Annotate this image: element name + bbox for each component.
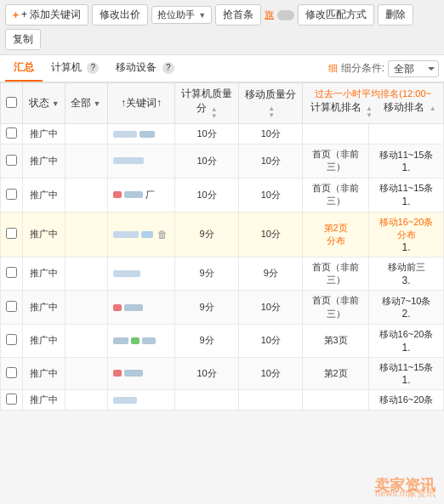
row-status: 推广中 [23, 291, 65, 325]
row-all [65, 178, 107, 212]
row-status: 推广中 [23, 178, 65, 212]
th-keyword: ↑关键词↑ [107, 83, 174, 124]
status-sort-icon[interactable]: ▼ [52, 99, 60, 108]
row-checkbox[interactable] [6, 334, 17, 345]
watermark-text: 卖家资讯 [374, 475, 435, 496]
row-mobile-rank: 移动11~15条1. [369, 357, 444, 389]
keyword-bar [113, 191, 122, 198]
row-checkbox[interactable] [6, 394, 17, 405]
row-pc-rank: 第3页 [303, 325, 369, 357]
row-pc-rank [303, 389, 369, 410]
row-checkbox[interactable] [6, 127, 17, 139]
keyword-bar [131, 337, 139, 344]
keywords-table: 状态 ▼ 全部 ▼ ↑关键词↑ 计算机质量 分 ▲ [0, 82, 444, 411]
row-keyword [107, 257, 174, 291]
th-mobile-score: 移动质量分 ▲ ▼ [239, 83, 303, 124]
keyword-bar [124, 304, 143, 311]
mobile-badge[interactable]: ? [162, 62, 174, 74]
table-wrap: 状态 ▼ 全部 ▼ ↑关键词↑ 计算机质量 分 ▲ [0, 82, 444, 411]
all-sort-icon[interactable]: ▼ [93, 99, 100, 108]
row-mobile-score: 10分 [239, 325, 303, 357]
row-checkbox-cell [1, 357, 23, 389]
keyword-bar [142, 337, 156, 344]
row-mobile-rank: 移动16~20条 分布 1. [369, 212, 444, 257]
delete-icon[interactable]: 🗑 [157, 229, 168, 241]
row-all [65, 357, 107, 389]
keyword-bar [139, 131, 155, 138]
th-mobile-rank: 移动排名 ▲ [384, 101, 435, 113]
row-pc-rank: 第2页 [303, 357, 369, 389]
row-pc-rank [303, 124, 369, 144]
pc-score-sort[interactable]: ▲ ▼ [211, 106, 218, 120]
row-mobile-score: 10分 [239, 178, 303, 212]
row-all [65, 291, 107, 325]
match-mode-button[interactable]: 修改匹配方式 [298, 4, 374, 25]
table-row: 推广中 10分 10分 第2页 移动11~15条1. [1, 357, 444, 389]
copy-button[interactable]: 复制 [5, 29, 41, 50]
row-all [65, 257, 107, 291]
row-checkbox[interactable] [6, 228, 17, 239]
table-row: 推广中 10分 10分 首页（非前三） 移动11~15条1. [1, 144, 444, 178]
row-pc-score: 9分 [175, 212, 239, 257]
table-row: 推广中 9分 10分 首页（非前三） 移动7~10条2. [1, 291, 444, 325]
table-row: 推广中 9分 10分 第3页 移动16~20条1. [1, 325, 444, 357]
keyword-bar [124, 370, 143, 377]
delete-button[interactable]: 删除 [378, 4, 413, 25]
detail-link[interactable]: 细 [328, 62, 338, 75]
row-mobile-score: 10分 [239, 124, 303, 144]
row-all [65, 144, 107, 178]
dropdown-arrow-icon[interactable]: ▼ [198, 11, 206, 20]
row-status: 推广中 [23, 325, 65, 357]
row-pc-rank: 首页（非前三） [303, 178, 369, 212]
pc-badge[interactable]: ? [87, 62, 99, 74]
row-checkbox[interactable] [6, 189, 17, 200]
keyword-bar [113, 157, 144, 164]
table-row: 推广中 厂 10分 10分 首页（非前三） 移动11~15条1. [1, 178, 444, 212]
tab-summary[interactable]: 汇总 [5, 55, 43, 82]
row-mobile-rank: 移动7~10条2. [369, 291, 444, 325]
pc-rank-sort[interactable]: ▲ ▼ [366, 105, 373, 119]
row-mobile-rank: 移动16~20条1. [369, 325, 444, 357]
row-pc-rank: 首页（非前三） [303, 257, 369, 291]
keyword-bar [113, 337, 128, 344]
row-status: 推广中 [23, 212, 65, 257]
grab-helper-label: 抢位助手 [157, 8, 195, 21]
filter-select[interactable]: 全部 推广中 暂停 [388, 60, 439, 77]
tab-mobile[interactable]: 移动设备 ? [107, 55, 182, 82]
row-status: 推广中 [23, 357, 65, 389]
select-all-checkbox[interactable] [6, 97, 17, 108]
table-row: 推广中 9分 9分 首页（非前三） 移动前三3. [1, 257, 444, 291]
row-pc-score: 10分 [175, 124, 239, 144]
row-keyword [107, 291, 174, 325]
add-keyword-button[interactable]: + + 添加关键词 [5, 4, 88, 25]
row-keyword: 厂 [107, 178, 174, 212]
keyword-bar [113, 397, 137, 404]
row-pc-score [175, 389, 239, 410]
table-row: 推广中 10分 10分 [1, 124, 444, 144]
row-mobile-rank: 移动16~20条 [369, 389, 444, 410]
row-mobile-score: 10分 [239, 212, 303, 257]
row-status: 推广中 [23, 124, 65, 144]
keyword-bar [113, 304, 122, 311]
modify-bid-button[interactable]: 修改出价 [92, 4, 148, 25]
row-checkbox[interactable] [6, 301, 17, 312]
row-mobile-rank: 移动前三3. [369, 257, 444, 291]
row-checkbox[interactable] [6, 155, 17, 166]
row-pc-score: 10分 [175, 357, 239, 389]
row-mobile-score [239, 389, 303, 410]
th-pc-score: 计算机质量 分 ▲ ▼ [175, 83, 239, 124]
tab-pc[interactable]: 计算机 ? [43, 55, 107, 82]
row-all [65, 212, 107, 257]
row-checkbox[interactable] [6, 267, 17, 278]
grab-first-button[interactable]: 抢首条 [215, 4, 261, 25]
row-checkbox-cell [1, 144, 23, 178]
row-keyword [107, 124, 174, 144]
mobile-score-sort[interactable]: ▲ ▼ [268, 105, 275, 119]
row-pc-rank: 首页（非前三） [303, 144, 369, 178]
mobile-rank-sort[interactable]: ▲ [430, 105, 436, 112]
toggle-switch[interactable] [277, 10, 294, 20]
row-checkbox[interactable] [6, 367, 17, 378]
th-checkbox [1, 83, 23, 124]
grab-helper-link[interactable]: 旗 [265, 8, 274, 21]
row-pc-rank: 第2页 分布 [303, 212, 369, 257]
